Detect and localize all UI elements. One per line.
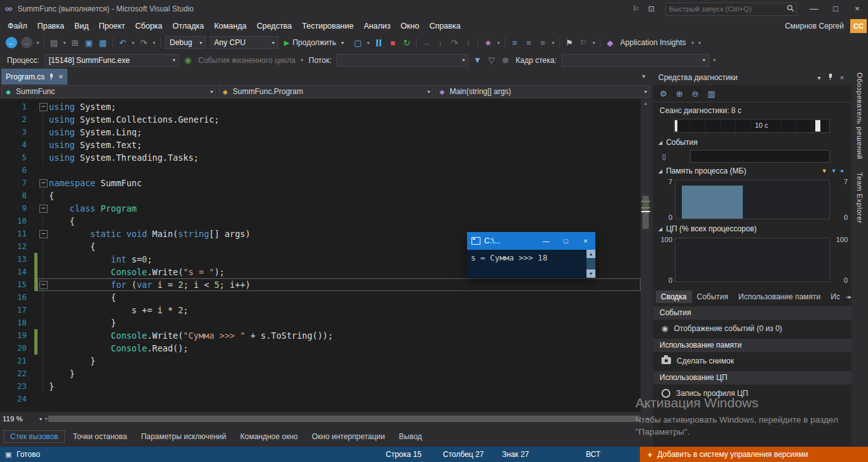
send-feedback-icon[interactable]: ⊡ [644, 4, 659, 13]
code-line-1[interactable]: 1−using System; [0, 100, 641, 113]
code-text[interactable]: { [49, 291, 116, 304]
tab-solution-explorer[interactable]: Обозреватель решений [856, 72, 864, 160]
notifications-flag-icon[interactable]: ⚐ [628, 4, 644, 13]
code-line-24[interactable]: 24 [0, 393, 641, 405]
menu-item-3[interactable]: Вид [69, 18, 94, 34]
vertical-scroll-track[interactable] [641, 108, 651, 403]
step-out-icon[interactable]: ↑ [461, 36, 475, 50]
user-avatar[interactable]: CC [850, 19, 867, 33]
quick-launch[interactable] [665, 3, 797, 16]
diagnostics-caret-icon[interactable]: ▾ [495, 40, 502, 46]
console-close-button[interactable]: × [576, 232, 595, 250]
menu-item-7[interactable]: Команда [209, 18, 252, 34]
comment-caret-icon[interactable]: ▾ [550, 40, 557, 46]
break-all-icon[interactable] [372, 36, 386, 50]
horizontal-scroll-track[interactable] [47, 414, 647, 423]
console-minimize-button[interactable]: — [536, 232, 556, 250]
code-text[interactable]: using System.Threading.Tasks; [49, 151, 199, 164]
save-all-icon[interactable]: ▦ [96, 36, 110, 50]
document-list-caret-icon[interactable]: ▾ [637, 69, 651, 85]
thread-combo[interactable]: ▾ [336, 54, 468, 67]
zoom-combo[interactable]: 119 % ▾ [0, 413, 44, 425]
code-text[interactable]: { [49, 215, 75, 228]
memory-plot[interactable] [675, 180, 830, 219]
code-line-6[interactable]: 6 [0, 164, 641, 177]
indent-icon[interactable]: ≡ [508, 36, 522, 50]
new-file-caret-icon[interactable]: ▾ [61, 40, 68, 46]
menu-item-6[interactable]: Отладка [168, 18, 209, 34]
code-text[interactable]: Console.Write("Сумма >>> " + s.ToString(… [49, 329, 333, 342]
solution-platforms-combo[interactable]: Any CPU▾ [210, 36, 278, 49]
continue-button[interactable]: ▶Продолжить▾ [281, 36, 349, 50]
code-text[interactable]: using System; [49, 100, 116, 113]
navigation-history-caret-icon[interactable]: ▾ [34, 40, 41, 46]
type-dropdown[interactable]: ◆ SummFunc.Program ▾ [218, 85, 433, 98]
fold-collapse-icon[interactable]: − [39, 230, 48, 238]
zoom-in-icon[interactable]: ⊕ [676, 89, 683, 99]
filter-threads-icon[interactable]: ▼ [470, 53, 484, 67]
record-cpu-item[interactable]: Запись профиля ЦП [653, 384, 851, 402]
diagnostics-tab-4[interactable]: Ис [825, 290, 845, 303]
code-text[interactable]: using System.Text; [49, 139, 142, 151]
code-text[interactable]: namespace SummFunc [49, 177, 142, 189]
console-maximize-button[interactable]: □ [556, 232, 576, 250]
diagnostics-tab-3[interactable]: Использование памяти [733, 290, 825, 303]
process-combo[interactable]: [15148] SummFunc.exe▾ [44, 54, 179, 67]
code-text[interactable]: int s=0; [49, 253, 153, 266]
code-text[interactable]: } [49, 380, 54, 393]
console-title-bar[interactable]: C:\... — □ × [467, 232, 595, 250]
stop-debugging-icon[interactable]: ■ [386, 36, 400, 50]
settings-gear-icon[interactable]: ⚙ [660, 89, 667, 99]
close-button[interactable]: × [846, 0, 868, 18]
stack-frame-combo[interactable]: ▾ [562, 54, 709, 67]
project-dropdown[interactable]: ◆ SummFunc ▾ [1, 85, 216, 98]
bookmark-caret-icon[interactable]: ▾ [590, 40, 597, 46]
fold-collapse-icon[interactable]: − [39, 281, 48, 289]
open-file-icon[interactable]: ⊞ [68, 36, 82, 50]
debug-location-options-caret-icon[interactable]: ▾ [711, 57, 718, 63]
console-scroll-track[interactable] [587, 258, 595, 269]
add-to-source-control-button[interactable]: + Добавить в систему управления версиями [640, 447, 868, 462]
member-dropdown[interactable]: ◆ Main(string[] args) ▾ [435, 85, 650, 98]
redo-caret-icon[interactable]: ▾ [151, 40, 158, 46]
window-position-caret-icon[interactable]: ▾ [813, 74, 825, 81]
flagged-threads-icon[interactable]: ▽ [484, 53, 498, 67]
lifecycle-caret-icon[interactable]: ▾ [299, 57, 306, 63]
menu-item-8[interactable]: Средства [252, 18, 297, 34]
events-track[interactable] [690, 150, 830, 163]
vertical-scrollbar[interactable]: ▴ ▾ [641, 99, 651, 412]
solution-configurations-combo[interactable]: Debug▾ [165, 36, 206, 49]
application-insights-icon[interactable]: ◆ [603, 36, 617, 50]
fold-collapse-icon[interactable]: − [39, 103, 48, 111]
fold-collapse-icon[interactable]: − [39, 179, 48, 187]
zoom-out-icon[interactable]: ⊖ [692, 89, 699, 99]
code-text[interactable]: for (var i = 2; i < 5; i++) [49, 278, 250, 291]
user-name[interactable]: Смирнов Сергей [785, 22, 844, 31]
code-text[interactable]: using System.Linq; [49, 126, 142, 139]
pin-icon[interactable] [825, 74, 836, 81]
code-line-22[interactable]: 22 } [0, 367, 641, 380]
document-tab[interactable]: Program.cs × [1, 69, 67, 85]
pin-icon[interactable] [49, 74, 54, 80]
code-text[interactable]: class Program [49, 202, 137, 215]
navigate-back-icon[interactable]: ← [6, 37, 17, 48]
undo-icon[interactable]: ↶ [116, 36, 130, 50]
code-line-7[interactable]: 7−namespace SummFunc [0, 177, 641, 189]
step-into-icon[interactable]: ↓ [433, 36, 447, 50]
code-text[interactable]: } [49, 316, 116, 329]
minimize-button[interactable]: — [803, 0, 825, 18]
memory-section-header[interactable]: ◢ Память процесса (МБ) ▼ ▼ ● [653, 165, 851, 177]
show-events-item[interactable]: ◉ Отображение событий (0 из 0) [653, 320, 851, 337]
code-text[interactable]: { [49, 240, 95, 253]
comment-selection-icon[interactable]: ≡ [536, 36, 550, 50]
code-line-15[interactable]: 15− for (var i = 2; i < 5; i++) [0, 278, 641, 291]
timeline-ruler[interactable]: 10 с [674, 119, 830, 133]
code-text[interactable]: } [49, 367, 75, 380]
code-line-17[interactable]: 17 s += i * 2; [0, 304, 641, 316]
redo-icon[interactable]: ↷ [137, 36, 151, 50]
suspend-threads-icon[interactable]: ⊗ [498, 53, 512, 67]
scroll-right-icon[interactable]: ▸ [647, 414, 649, 423]
maximize-button[interactable]: □ [825, 0, 846, 18]
code-line-3[interactable]: 3using System.Linq; [0, 126, 641, 139]
diagnostics-tab-1[interactable]: Сводка [656, 290, 692, 303]
